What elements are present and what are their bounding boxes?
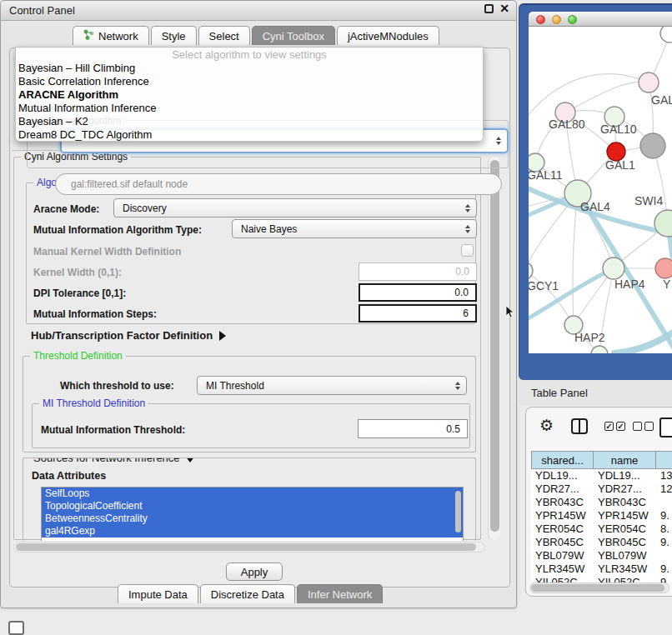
mi-steps-input[interactable]: 6 xyxy=(359,304,477,322)
table-row[interactable]: YDR27...YDR27...12 xyxy=(531,482,672,496)
deselect-all-columns-icon[interactable] xyxy=(633,422,654,431)
table-cell: YPR145W xyxy=(594,509,656,522)
tab-jactivemnodules[interactable]: jActiveMNodules xyxy=(337,26,439,45)
table-row[interactable]: YBR043CYBR043C xyxy=(531,496,672,509)
gear-icon[interactable]: ⚙ xyxy=(539,417,554,435)
column-header-shared[interactable]: shared... xyxy=(531,451,594,469)
network-table-combo[interactable]: gal:filtered.sif default node xyxy=(55,173,502,195)
collapsed-panel-icon[interactable] xyxy=(8,621,24,635)
close-traffic-light-icon[interactable] xyxy=(536,15,545,24)
table-cell: YDL19... xyxy=(531,469,594,482)
network-node[interactable] xyxy=(640,133,665,158)
apply-button[interactable]: Apply xyxy=(226,562,283,581)
table-cell xyxy=(656,496,672,509)
tab-style[interactable]: Style xyxy=(151,26,197,45)
horizontal-scrollbar-thumb[interactable] xyxy=(16,543,476,551)
tab-label: Select xyxy=(209,30,239,42)
algorithm-option-basic-correlation-inference[interactable]: Basic Correlation Inference xyxy=(16,75,483,88)
column-header-name[interactable]: name xyxy=(594,451,656,469)
mi-type-combo[interactable]: Naive Bayes xyxy=(232,219,477,238)
algorithm-option-aracne-algorithm[interactable]: ARACNE Algorithm xyxy=(16,88,483,102)
tab-select[interactable]: Select xyxy=(198,26,250,45)
which-threshold-combo[interactable]: MI Threshold xyxy=(197,376,467,395)
table-horizontal-scrollbar[interactable] xyxy=(529,582,669,593)
table-cell: YBR043C xyxy=(531,496,594,509)
float-panel-icon[interactable] xyxy=(484,4,494,13)
tab-cyni-toolbox[interactable]: Cyni Toolbox xyxy=(252,26,335,45)
dpi-tolerance-input[interactable]: 0.0 xyxy=(359,283,477,302)
table-row[interactable]: YLR345WYLR345W9. xyxy=(531,562,672,576)
new-table-icon[interactable] xyxy=(659,418,672,438)
sources-title-text: Sources for Network Inference xyxy=(33,458,180,464)
expanded-arrow-icon xyxy=(185,458,195,462)
node-label: Y xyxy=(663,278,671,291)
table-row[interactable]: YBL079WYBL079W xyxy=(531,549,672,562)
table-scrollbar-thumb[interactable] xyxy=(531,584,664,592)
attribute-item-betweennesscentrality[interactable]: BetweennessCentrality xyxy=(42,512,463,525)
table-cell: YIL052C xyxy=(531,576,594,582)
mi-threshold-value: 0.5 xyxy=(446,423,460,435)
attribute-item-gal4rgexp[interactable]: gal4RGexp xyxy=(42,525,463,538)
table-row[interactable]: YBR045CYBR045C9. xyxy=(531,536,672,549)
bottom-tab-impute-data[interactable]: Impute Data xyxy=(118,584,198,603)
split-columns-icon[interactable] xyxy=(571,418,588,434)
table-cell: 9. xyxy=(656,536,672,549)
aracne-mode-combo[interactable]: Discovery xyxy=(113,198,477,218)
attribute-item-topologicalcoefficient[interactable]: TopologicalCoefficient xyxy=(42,500,463,512)
network-node-hap4[interactable] xyxy=(603,258,624,279)
algorithm-option-dream8-dc-tdc-algorithm[interactable]: Dream8 DC_TDC Algorithm xyxy=(16,128,483,142)
list-scrollbar-thumb[interactable] xyxy=(455,491,461,532)
threshold-definition-title: Threshold Definition xyxy=(30,350,126,362)
table-row[interactable]: YER054CYER054C8. xyxy=(531,522,672,536)
bottom-tabbar: Impute DataDiscretize DataInfer Network xyxy=(118,584,384,604)
mi-threshold-label: Mutual Information Threshold: xyxy=(41,424,185,436)
table-cell: YBL079W xyxy=(531,549,594,562)
table-row[interactable]: YIL052CYIL052C9 xyxy=(531,576,672,582)
bottom-tab-discretize-data[interactable]: Discretize Data xyxy=(200,584,295,603)
kernel-width-value: 0.0 xyxy=(455,266,469,278)
zoom-traffic-light-icon[interactable] xyxy=(568,15,577,24)
vertical-scrollbar-thumb[interactable] xyxy=(490,160,499,532)
network-node-y[interactable] xyxy=(655,258,672,278)
node-label: GAL1 xyxy=(605,158,635,172)
bottom-tab-infer-network[interactable]: Infer Network xyxy=(297,584,383,603)
minimize-traffic-light-icon[interactable] xyxy=(552,15,561,24)
network-node[interactable] xyxy=(591,346,608,353)
mi-type-label: Mutual Information Algorithm Type: xyxy=(33,224,202,236)
manual-kernel-checkbox[interactable] xyxy=(461,244,474,257)
mi-steps-label: Mutual Information Steps: xyxy=(33,308,157,320)
network-view-frame[interactable]: GALGAL80GAL10GAL1GAL11GAL4SWI4HAP4YGCY1H… xyxy=(519,3,672,380)
mi-threshold-input[interactable]: 0.5 xyxy=(358,419,468,438)
select-all-columns-icon[interactable]: ✓✓ xyxy=(604,422,625,431)
settings-horizontal-scrollbar[interactable] xyxy=(13,542,485,552)
kernel-width-input[interactable]: 0.0 xyxy=(359,262,477,281)
control-panel-title: Control Panel xyxy=(1,4,75,17)
table-cell: 9 xyxy=(656,576,672,582)
manual-kernel-label: Manual Kernel Width Definition xyxy=(33,246,181,258)
network-canvas[interactable]: GALGAL80GAL10GAL1GAL11GAL4SWI4HAP4YGCY1H… xyxy=(529,27,672,353)
table-cell: YBR045C xyxy=(594,536,656,549)
column-header-extra[interactable] xyxy=(656,451,672,469)
table-row[interactable]: YDL19...YDL19...13 xyxy=(531,469,672,482)
network-edge xyxy=(565,82,649,112)
algorithm-option-bayesian-k2[interactable]: Bayesian – K2 xyxy=(16,115,483,128)
settings-vertical-scrollbar[interactable] xyxy=(488,157,500,540)
network-node-gcy1[interactable] xyxy=(529,262,533,280)
hub-definition-toggle[interactable]: Hub/Transcription Factor Definition xyxy=(31,329,226,342)
algorithm-option-bayesian-hill-climbing[interactable]: Bayesian – Hill Climbing xyxy=(16,62,483,75)
network-node[interactable] xyxy=(660,27,672,42)
tab-network[interactable]: Network xyxy=(73,26,149,45)
table-cell: YER054C xyxy=(531,522,594,536)
table-row[interactable]: YPR145WYPR145W9. xyxy=(531,509,672,522)
sources-group-title[interactable]: Sources for Network Inference xyxy=(30,458,198,464)
close-panel-icon[interactable]: ✕ xyxy=(499,4,509,13)
node-label: HAP2 xyxy=(574,331,605,344)
algorithm-dropdown-popup: Select algorithm to view settings Bayesi… xyxy=(15,47,484,142)
attribute-item-selfloops[interactable]: SelfLoops xyxy=(42,488,463,500)
table-cell: YLR345W xyxy=(594,562,656,576)
which-threshold-label: Which threshold to use: xyxy=(60,380,174,392)
node-label: SWI4 xyxy=(634,194,663,208)
network-node-gal[interactable] xyxy=(639,72,659,92)
algorithm-option-mutual-information-inference[interactable]: Mutual Information Inference xyxy=(16,102,483,115)
tab-label: Network xyxy=(98,30,138,42)
